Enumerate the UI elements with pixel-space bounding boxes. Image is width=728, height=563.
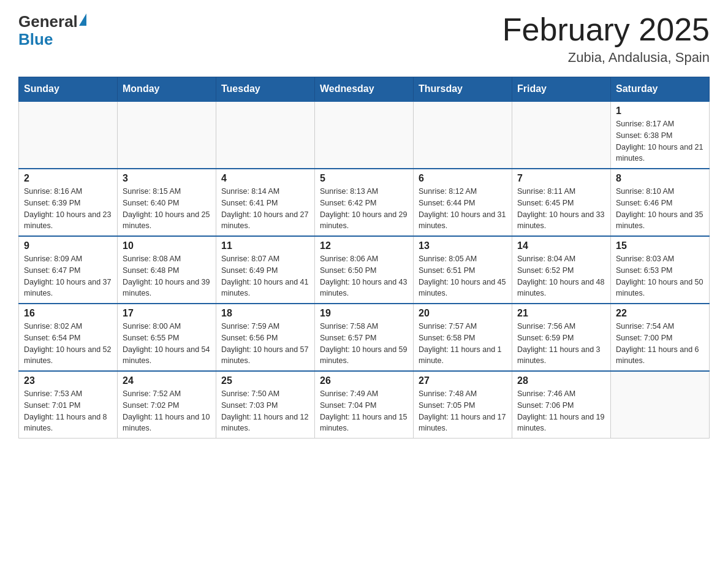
calendar-cell: 11Sunrise: 8:07 AMSunset: 6:49 PMDayligh…: [216, 236, 315, 304]
page-header: General Blue February 2025 Zubia, Andalu…: [18, 12, 710, 66]
week-row-3: 9Sunrise: 8:09 AMSunset: 6:47 PMDaylight…: [19, 236, 710, 304]
calendar-cell: 8Sunrise: 8:10 AMSunset: 6:46 PMDaylight…: [611, 169, 710, 236]
calendar-cell: 7Sunrise: 8:11 AMSunset: 6:45 PMDaylight…: [512, 169, 611, 236]
calendar-cell: 4Sunrise: 8:14 AMSunset: 6:41 PMDaylight…: [216, 169, 315, 236]
calendar-cell: 15Sunrise: 8:03 AMSunset: 6:53 PMDayligh…: [611, 236, 710, 304]
week-row-4: 16Sunrise: 8:02 AMSunset: 6:54 PMDayligh…: [19, 304, 710, 371]
day-info: Sunrise: 7:58 AMSunset: 6:57 PMDaylight:…: [320, 321, 408, 367]
day-number: 25: [221, 375, 309, 386]
calendar-cell: 24Sunrise: 7:52 AMSunset: 7:02 PMDayligh…: [118, 371, 216, 439]
day-number: 2: [24, 173, 112, 184]
day-info: Sunrise: 8:15 AMSunset: 6:40 PMDaylight:…: [123, 186, 211, 232]
calendar-cell: 10Sunrise: 8:08 AMSunset: 6:48 PMDayligh…: [118, 236, 216, 304]
calendar-cell: 22Sunrise: 7:54 AMSunset: 7:00 PMDayligh…: [611, 304, 710, 371]
day-number: 14: [517, 240, 605, 251]
calendar-cell: 27Sunrise: 7:48 AMSunset: 7:05 PMDayligh…: [414, 371, 512, 439]
day-info: Sunrise: 8:04 AMSunset: 6:52 PMDaylight:…: [517, 253, 605, 299]
day-info: Sunrise: 7:56 AMSunset: 6:59 PMDaylight:…: [517, 321, 605, 367]
logo-blue-text: Blue: [18, 30, 86, 49]
day-number: 12: [320, 240, 408, 251]
calendar-cell: 6Sunrise: 8:12 AMSunset: 6:44 PMDaylight…: [414, 169, 512, 236]
calendar-cell: [118, 101, 216, 169]
day-info: Sunrise: 8:16 AMSunset: 6:39 PMDaylight:…: [24, 186, 112, 232]
weekday-header-saturday: Saturday: [611, 77, 710, 102]
day-info: Sunrise: 8:17 AMSunset: 6:38 PMDaylight:…: [616, 118, 704, 164]
day-info: Sunrise: 8:05 AMSunset: 6:51 PMDaylight:…: [419, 253, 507, 299]
calendar-cell: 12Sunrise: 8:06 AMSunset: 6:50 PMDayligh…: [315, 236, 414, 304]
week-row-5: 23Sunrise: 7:53 AMSunset: 7:01 PMDayligh…: [19, 371, 710, 439]
title-section: February 2025 Zubia, Andalusia, Spain: [502, 12, 710, 66]
day-number: 22: [616, 308, 704, 319]
calendar-cell: 2Sunrise: 8:16 AMSunset: 6:39 PMDaylight…: [19, 169, 118, 236]
day-info: Sunrise: 8:02 AMSunset: 6:54 PMDaylight:…: [24, 321, 112, 367]
day-number: 9: [24, 240, 112, 251]
day-number: 15: [616, 240, 704, 251]
day-number: 28: [517, 375, 605, 386]
day-number: 11: [221, 240, 309, 251]
location-text: Zubia, Andalusia, Spain: [502, 50, 710, 66]
calendar-cell: 13Sunrise: 8:05 AMSunset: 6:51 PMDayligh…: [414, 236, 512, 304]
day-number: 7: [517, 173, 605, 184]
week-row-1: 1Sunrise: 8:17 AMSunset: 6:38 PMDaylight…: [19, 101, 710, 169]
day-number: 4: [221, 173, 309, 184]
weekday-header-monday: Monday: [118, 77, 216, 102]
calendar-cell: [315, 101, 414, 169]
day-number: 16: [24, 308, 112, 319]
day-info: Sunrise: 7:46 AMSunset: 7:06 PMDaylight:…: [517, 388, 605, 434]
day-number: 18: [221, 308, 309, 319]
day-info: Sunrise: 8:00 AMSunset: 6:55 PMDaylight:…: [123, 321, 211, 367]
calendar-cell: 25Sunrise: 7:50 AMSunset: 7:03 PMDayligh…: [216, 371, 315, 439]
calendar-cell: 26Sunrise: 7:49 AMSunset: 7:04 PMDayligh…: [315, 371, 414, 439]
day-number: 3: [123, 173, 211, 184]
calendar-cell: 28Sunrise: 7:46 AMSunset: 7:06 PMDayligh…: [512, 371, 611, 439]
day-number: 27: [419, 375, 507, 386]
day-info: Sunrise: 7:53 AMSunset: 7:01 PMDaylight:…: [24, 388, 112, 434]
calendar-cell: 23Sunrise: 7:53 AMSunset: 7:01 PMDayligh…: [19, 371, 118, 439]
day-info: Sunrise: 8:09 AMSunset: 6:47 PMDaylight:…: [24, 253, 112, 299]
calendar-cell: 17Sunrise: 8:00 AMSunset: 6:55 PMDayligh…: [118, 304, 216, 371]
day-info: Sunrise: 7:52 AMSunset: 7:02 PMDaylight:…: [123, 388, 211, 434]
weekday-header-tuesday: Tuesday: [216, 77, 315, 102]
calendar-cell: 5Sunrise: 8:13 AMSunset: 6:42 PMDaylight…: [315, 169, 414, 236]
calendar-cell: [414, 101, 512, 169]
day-info: Sunrise: 7:57 AMSunset: 6:58 PMDaylight:…: [419, 321, 507, 367]
calendar-cell: [611, 371, 710, 439]
day-info: Sunrise: 8:03 AMSunset: 6:53 PMDaylight:…: [616, 253, 704, 299]
day-info: Sunrise: 7:54 AMSunset: 7:00 PMDaylight:…: [616, 321, 704, 367]
day-info: Sunrise: 7:49 AMSunset: 7:04 PMDaylight:…: [320, 388, 408, 434]
calendar-cell: 19Sunrise: 7:58 AMSunset: 6:57 PMDayligh…: [315, 304, 414, 371]
calendar-cell: [19, 101, 118, 169]
calendar-cell: 1Sunrise: 8:17 AMSunset: 6:38 PMDaylight…: [611, 101, 710, 169]
logo: General Blue: [18, 12, 86, 49]
weekday-header-sunday: Sunday: [19, 77, 118, 102]
weekday-header-thursday: Thursday: [414, 77, 512, 102]
day-info: Sunrise: 8:12 AMSunset: 6:44 PMDaylight:…: [419, 186, 507, 232]
day-info: Sunrise: 7:50 AMSunset: 7:03 PMDaylight:…: [221, 388, 309, 434]
day-number: 23: [24, 375, 112, 386]
calendar-cell: [512, 101, 611, 169]
calendar-cell: 3Sunrise: 8:15 AMSunset: 6:40 PMDaylight…: [118, 169, 216, 236]
day-number: 20: [419, 308, 507, 319]
day-number: 1: [616, 105, 704, 117]
month-title: February 2025: [502, 12, 710, 47]
day-info: Sunrise: 8:14 AMSunset: 6:41 PMDaylight:…: [221, 186, 309, 232]
day-number: 26: [320, 375, 408, 386]
day-number: 10: [123, 240, 211, 251]
day-info: Sunrise: 8:10 AMSunset: 6:46 PMDaylight:…: [616, 186, 704, 232]
calendar-table: SundayMondayTuesdayWednesdayThursdayFrid…: [18, 77, 710, 439]
day-info: Sunrise: 8:08 AMSunset: 6:48 PMDaylight:…: [123, 253, 211, 299]
calendar-cell: 14Sunrise: 8:04 AMSunset: 6:52 PMDayligh…: [512, 236, 611, 304]
weekday-header-wednesday: Wednesday: [315, 77, 414, 102]
day-number: 8: [616, 173, 704, 184]
day-info: Sunrise: 7:59 AMSunset: 6:56 PMDaylight:…: [221, 321, 309, 367]
week-row-2: 2Sunrise: 8:16 AMSunset: 6:39 PMDaylight…: [19, 169, 710, 236]
day-number: 6: [419, 173, 507, 184]
day-info: Sunrise: 8:11 AMSunset: 6:45 PMDaylight:…: [517, 186, 605, 232]
weekday-header-friday: Friday: [512, 77, 611, 102]
calendar-cell: 20Sunrise: 7:57 AMSunset: 6:58 PMDayligh…: [414, 304, 512, 371]
calendar-cell: 16Sunrise: 8:02 AMSunset: 6:54 PMDayligh…: [19, 304, 118, 371]
day-number: 21: [517, 308, 605, 319]
calendar-cell: 18Sunrise: 7:59 AMSunset: 6:56 PMDayligh…: [216, 304, 315, 371]
weekday-header-row: SundayMondayTuesdayWednesdayThursdayFrid…: [19, 77, 710, 102]
day-number: 5: [320, 173, 408, 184]
